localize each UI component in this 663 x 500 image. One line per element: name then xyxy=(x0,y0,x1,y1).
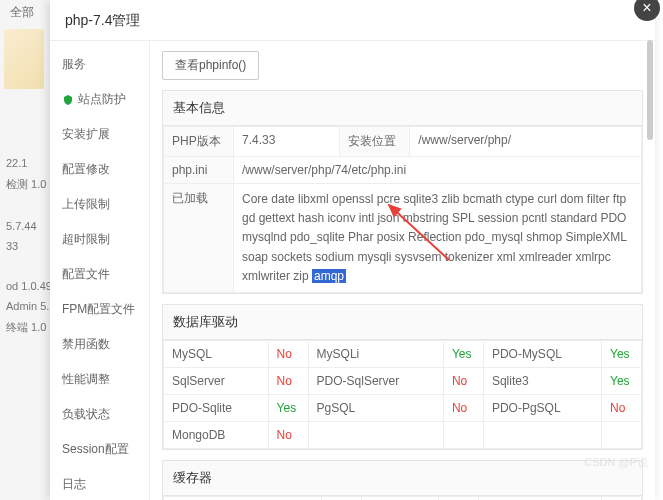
sidebar-item-上传限制[interactable]: 上传限制 xyxy=(50,187,149,222)
sidebar-item-label: 配置修改 xyxy=(62,161,110,178)
value-phpini: /www/server/php/74/etc/php.ini xyxy=(234,157,642,184)
driver-status: Yes xyxy=(268,394,308,421)
value-loaded-extensions: Core date libxml openssl pcre sqlite3 zl… xyxy=(234,184,642,293)
driver-status xyxy=(443,421,483,448)
driver-status: Yes xyxy=(602,367,642,394)
sidebar-item-配置文件[interactable]: 配置文件 xyxy=(50,257,149,292)
value-install-path: /www/server/php/ xyxy=(410,127,642,157)
sidebar-item-日志[interactable]: 日志 xyxy=(50,467,149,500)
driver-name: PgSQL xyxy=(308,394,443,421)
driver-status: No xyxy=(443,394,483,421)
label-loaded: 已加载 xyxy=(164,184,234,293)
driver-name: Sqlite3 xyxy=(483,367,601,394)
driver-name xyxy=(483,421,601,448)
sidebar-item-站点防护[interactable]: 站点防护 xyxy=(50,82,149,117)
sidebar-item-label: 性能调整 xyxy=(62,371,110,388)
sidebar-item-FPM配置文件[interactable]: FPM配置文件 xyxy=(50,292,149,327)
db-driver-section: 数据库驱动 MySQLNoMySQLiYesPDO-MySQLYesSqlSer… xyxy=(162,304,643,450)
sidebar-item-配置修改[interactable]: 配置修改 xyxy=(50,152,149,187)
sidebar-item-label: FPM配置文件 xyxy=(62,301,135,318)
sidebar-item-label: 负载状态 xyxy=(62,406,110,423)
shield-icon xyxy=(62,94,74,106)
driver-name: PDO-Sqlite xyxy=(164,394,269,421)
sidebar-item-负载状态[interactable]: 负载状态 xyxy=(50,397,149,432)
section-title: 数据库驱动 xyxy=(163,305,642,340)
driver-name: Memcache xyxy=(479,496,602,500)
driver-name: Redis xyxy=(361,496,438,500)
sidebar-item-label: 站点防护 xyxy=(78,91,126,108)
modal-title: php-7.4管理 xyxy=(50,0,655,41)
driver-name xyxy=(308,421,443,448)
sidebar-item-label: 超时限制 xyxy=(62,231,110,248)
sidebar-item-安装扩展[interactable]: 安装扩展 xyxy=(50,117,149,152)
driver-name: PDO-PgSQL xyxy=(483,394,601,421)
content-area: 查看phpinfo() 基本信息 PHP版本 7.4.33 安装位置 /www/… xyxy=(150,41,655,500)
driver-status: Yes xyxy=(443,340,483,367)
section-title: 基本信息 xyxy=(163,91,642,126)
value-version: 7.4.33 xyxy=(234,127,340,157)
sidebar-item-超时限制[interactable]: 超时限制 xyxy=(50,222,149,257)
section-title: 缓存器 xyxy=(163,461,642,496)
driver-status: No xyxy=(268,367,308,394)
view-phpinfo-button[interactable]: 查看phpinfo() xyxy=(162,51,259,80)
cache-section: 缓存器 Zend OPcacheNoRedisNoMemcacheNoMemca… xyxy=(162,460,643,500)
driver-name: SqlServer xyxy=(164,367,269,394)
scrollbar[interactable] xyxy=(647,40,653,140)
driver-status: No xyxy=(268,340,308,367)
label-install-path: 安装位置 xyxy=(340,127,410,157)
sidebar: 服务站点防护安装扩展配置修改上传限制超时限制配置文件FPM配置文件禁用函数性能调… xyxy=(50,41,150,500)
driver-status: No xyxy=(439,496,479,500)
sidebar-item-label: 上传限制 xyxy=(62,196,110,213)
driver-status: No xyxy=(602,394,642,421)
driver-name: MySQLi xyxy=(308,340,443,367)
sidebar-item-label: 服务 xyxy=(62,56,86,73)
driver-name: PDO-MySQL xyxy=(483,340,601,367)
driver-name: MySQL xyxy=(164,340,269,367)
sidebar-item-性能调整[interactable]: 性能调整 xyxy=(50,362,149,397)
sidebar-item-label: 安装扩展 xyxy=(62,126,110,143)
sidebar-item-label: 日志 xyxy=(62,476,86,493)
bg-thumbnail xyxy=(4,29,44,89)
ext-list: Core date libxml openssl pcre sqlite3 zl… xyxy=(242,192,626,283)
php-manage-modal: × php-7.4管理 服务站点防护安装扩展配置修改上传限制超时限制配置文件FP… xyxy=(50,0,655,500)
basic-info-section: 基本信息 PHP版本 7.4.33 安装位置 /www/server/php/ … xyxy=(162,90,643,294)
sidebar-item-label: 配置文件 xyxy=(62,266,110,283)
label-version: PHP版本 xyxy=(164,127,234,157)
driver-name: Zend OPcache xyxy=(164,496,322,500)
driver-status: No xyxy=(443,367,483,394)
driver-status: No xyxy=(268,421,308,448)
label-phpini: php.ini xyxy=(164,157,234,184)
highlighted-ext-amqp: amqp xyxy=(312,269,346,283)
driver-status: No xyxy=(321,496,361,500)
close-icon[interactable]: × xyxy=(634,0,660,21)
driver-status: Yes xyxy=(602,340,642,367)
sidebar-item-label: 禁用函数 xyxy=(62,336,110,353)
driver-name: MongoDB xyxy=(164,421,269,448)
driver-name: PDO-SqlServer xyxy=(308,367,443,394)
driver-status: No xyxy=(602,496,642,500)
sidebar-item-服务[interactable]: 服务 xyxy=(50,47,149,82)
sidebar-item-禁用函数[interactable]: 禁用函数 xyxy=(50,327,149,362)
driver-status xyxy=(602,421,642,448)
sidebar-item-Session配置[interactable]: Session配置 xyxy=(50,432,149,467)
sidebar-item-label: Session配置 xyxy=(62,441,129,458)
watermark: CSDN @P说 xyxy=(584,455,648,470)
